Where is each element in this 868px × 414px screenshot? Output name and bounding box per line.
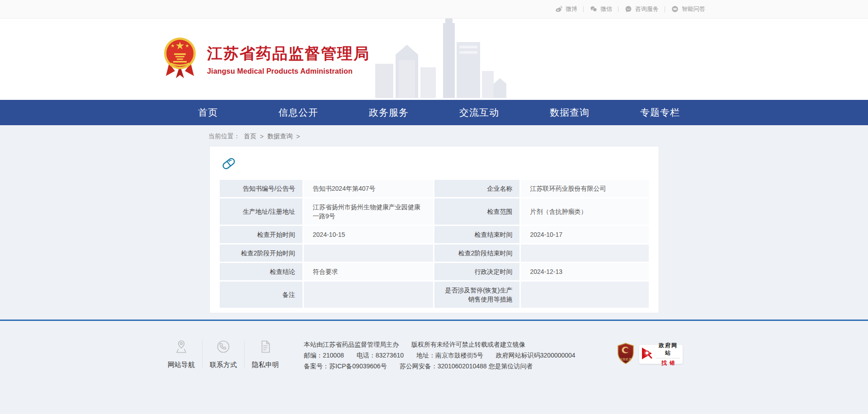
- field-value: 2024-10-15: [304, 226, 434, 243]
- inspection-detail-table: 告知书编号/公告号 告知书2024年第407号 企业名称 江苏联环药业股份有限公…: [218, 179, 650, 309]
- field-label: 告知书编号/公告号: [220, 180, 302, 197]
- main-navigation: 首页 信息公开 政务服务 交流互动 数据查询 专题专栏: [0, 100, 868, 125]
- breadcrumb-separator: >: [296, 133, 300, 140]
- nav-item-special-columns[interactable]: 专题专栏: [615, 100, 705, 125]
- breadcrumb-separator: >: [260, 133, 264, 140]
- footer-line-host: 本站由江苏省药品监督管理局主办 版权所有未经许可禁止转载或者建立镜像: [304, 339, 576, 350]
- table-row: 备注 是否涉及暂停(恢复)生产销售使用等措施: [220, 282, 649, 308]
- weibo-label: 微博: [566, 5, 577, 13]
- field-value: [521, 245, 648, 262]
- topbar-divider: [665, 6, 665, 12]
- field-label: 企业名称: [434, 180, 519, 197]
- finderr-text: 政府网站 找错: [656, 342, 680, 367]
- field-label: 是否涉及暂停(恢复)生产销售使用等措施: [434, 282, 519, 308]
- breadcrumb-home-link[interactable]: 首页: [244, 132, 256, 141]
- finderr-top-label: 政府网站: [656, 342, 680, 358]
- field-label: 检查开始时间: [220, 226, 302, 243]
- field-label: 备注: [220, 282, 302, 308]
- site-brand[interactable]: 江苏省药品监督管理局 Jiangsu Medical Products Admi…: [163, 36, 370, 82]
- field-value: 江苏联环药业股份有限公司: [521, 180, 648, 197]
- field-label: 行政决定时间: [434, 263, 519, 280]
- table-row: 告知书编号/公告号 告知书2024年第407号 企业名称 江苏联环药业股份有限公…: [220, 180, 649, 197]
- gov-site-error-report-badge[interactable]: 政府网站 找错: [639, 345, 683, 364]
- footer-divider: [202, 340, 203, 368]
- footer-link-privacy[interactable]: 隐私申明: [250, 339, 280, 369]
- nav-item-home[interactable]: 首页: [163, 100, 253, 125]
- smart-qa-link[interactable]: 智能问答: [671, 5, 705, 13]
- field-value: 江苏省扬州市扬州生物健康产业园健康一路9号: [304, 198, 434, 225]
- footer: 网站导航 联系方式 隐私申明 本站由江苏省药品监督管理局主办 版权所有未经许可禁…: [0, 320, 868, 372]
- footer-divider: [244, 340, 245, 368]
- nav-item-gov-services[interactable]: 政务服务: [344, 100, 434, 125]
- field-label: 生产地址/注册地址: [220, 198, 302, 225]
- brand-text: 江苏省药品监督管理局 Jiangsu Medical Products Admi…: [207, 43, 370, 75]
- breadcrumb-prefix: 当前位置：: [208, 132, 240, 141]
- footer-line-icp: 备案号：苏ICP备09039606号 苏公网安备：32010602010488 …: [304, 361, 576, 372]
- phone-icon: [208, 339, 238, 354]
- field-value: [521, 282, 648, 308]
- table-row: 检查结论 符合要求 行政决定时间 2024-12-13: [220, 263, 649, 280]
- weibo-link[interactable]: 微博: [555, 5, 577, 13]
- table-row: 检查开始时间 2024-10-15 检查结束时间 2024-10-17: [220, 226, 649, 243]
- field-value: 片剂（含抗肿瘤类）: [521, 198, 648, 225]
- finderr-magnifier-icon: [641, 346, 655, 362]
- pill-capsule-icon: [220, 155, 650, 174]
- consult-bubble-icon: [624, 5, 632, 13]
- topbar-divider: [618, 6, 618, 12]
- smart-qa-label: 智能问答: [682, 5, 705, 13]
- party-shield-label: 党政机关: [620, 358, 632, 361]
- field-value: 告知书2024年第407号: [304, 180, 434, 197]
- wechat-icon: [590, 5, 598, 13]
- table-row: 检查2阶段开始时间 检查2阶段结束时间: [220, 245, 649, 262]
- field-label: 检查2阶段结束时间: [434, 245, 519, 262]
- footer-quick-links: 网站导航 联系方式 隐私申明: [166, 339, 280, 369]
- site-subtitle: Jiangsu Medical Products Administration: [207, 67, 370, 75]
- national-emblem-logo: [163, 36, 197, 82]
- topbar-divider: [583, 6, 584, 12]
- table-row: 生产地址/注册地址 江苏省扬州市扬州生物健康产业园健康一路9号 检查范围 片剂（…: [220, 198, 649, 225]
- wechat-label: 微信: [600, 5, 612, 13]
- breadcrumb: 当前位置： 首页 > 数据查询 >: [163, 125, 705, 146]
- privacy-doc-icon: [250, 339, 280, 354]
- nav-item-data-query[interactable]: 数据查询: [524, 100, 615, 125]
- wechat-link[interactable]: 微信: [590, 5, 612, 13]
- masthead: 江苏省药品监督管理局 Jiangsu Medical Products Admi…: [0, 19, 868, 100]
- field-label: 检查范围: [434, 198, 519, 225]
- site-title: 江苏省药品监督管理局: [207, 43, 370, 64]
- footer-link-sitemap[interactable]: 网站导航: [166, 339, 196, 369]
- footer-link-contact[interactable]: 联系方式: [208, 339, 238, 369]
- footer-link-label: 隐私申明: [250, 361, 280, 369]
- main-content: 告知书编号/公告号 告知书2024年第407号 企业名称 江苏联环药业股份有限公…: [0, 146, 868, 313]
- field-value: 符合要求: [304, 263, 434, 280]
- consult-service-label: 咨询服务: [635, 5, 659, 13]
- finderr-bottom-label: 找错: [656, 358, 680, 367]
- field-value: [304, 282, 434, 308]
- footer-link-label: 网站导航: [166, 361, 196, 369]
- qa-robot-icon: [671, 5, 679, 13]
- field-label: 检查2阶段开始时间: [220, 245, 302, 262]
- topbar: 微博 微信 咨询服务 智能问答: [0, 0, 868, 19]
- inspection-detail-card: 告知书编号/公告号 告知书2024年第407号 企业名称 江苏联环药业股份有限公…: [209, 146, 659, 313]
- footer-link-label: 联系方式: [208, 361, 238, 369]
- party-gov-shield-badge[interactable]: 党政机关: [617, 343, 635, 366]
- consult-service-link[interactable]: 咨询服务: [624, 5, 659, 13]
- footer-badges: 党政机关 政府网站 找错: [617, 343, 683, 366]
- field-value: [304, 245, 434, 262]
- breadcrumb-data-query-link[interactable]: 数据查询: [267, 132, 292, 141]
- weibo-icon: [555, 5, 563, 13]
- nav-item-interaction[interactable]: 交流互动: [434, 100, 524, 125]
- city-skyline-watermark: [375, 19, 506, 100]
- map-pin-icon: [166, 339, 196, 354]
- nav-item-info-disclosure[interactable]: 信息公开: [253, 100, 344, 125]
- field-label: 检查结束时间: [434, 226, 519, 243]
- field-value: 2024-10-17: [521, 226, 648, 243]
- footer-info-text: 本站由江苏省药品监督管理局主办 版权所有未经许可禁止转载或者建立镜像 邮编：21…: [304, 339, 576, 372]
- field-value: 2024-12-13: [521, 263, 648, 280]
- footer-line-contact: 邮编：210008 电话：83273610 地址：南京市鼓楼街5号 政府网站标识…: [304, 350, 576, 361]
- field-label: 检查结论: [220, 263, 302, 280]
